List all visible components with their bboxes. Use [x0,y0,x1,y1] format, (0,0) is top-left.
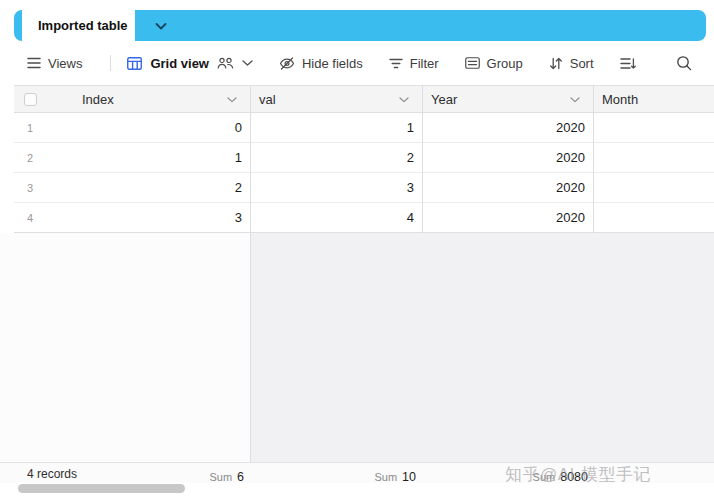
table-row: 1 0 1 2020 [14,113,714,143]
row-number[interactable]: 4 [14,203,48,232]
sum-value: 10 [402,470,416,484]
group-button[interactable]: Group [465,56,523,71]
cell-year[interactable]: 2020 [422,113,593,142]
cell-index[interactable]: 1 [48,143,250,172]
sum-value: 8080 [560,470,588,484]
cell-val[interactable]: 1 [250,113,422,142]
select-all-checkbox[interactable] [24,93,37,106]
column-header-year[interactable]: Year [422,86,593,112]
hide-fields-button[interactable]: Hide fields [279,56,363,71]
hamburger-icon [27,57,41,69]
record-count: 4 records [27,467,77,481]
row-number[interactable]: 3 [14,173,48,202]
grid-footer: 4 records Sum6 Sum10 Sum8080 [0,462,714,483]
grid-view-icon [127,57,142,70]
sort-icon [549,57,563,70]
cell-index[interactable]: 3 [48,203,250,232]
sum-label: Sum [533,471,556,483]
column-divider [593,85,594,233]
table-row: 4 3 4 2020 [14,203,714,233]
chevron-down-icon[interactable] [227,97,237,103]
column-header-index[interactable]: Index [48,86,250,112]
row-height-icon [620,57,636,70]
filter-icon [389,58,403,69]
column-header-val[interactable]: val [250,86,422,112]
group-icon [465,57,480,69]
views-button[interactable]: Views [27,56,82,71]
sum-value: 6 [237,470,244,484]
column-header-month[interactable]: Month [593,86,714,112]
cell-year[interactable]: 2020 [422,143,593,172]
column-header-index-label: Index [82,92,114,107]
sum-label: Sum [374,471,397,483]
grid-view-chevron-icon [242,60,253,66]
cell-val[interactable]: 2 [250,143,422,172]
chevron-down-icon[interactable] [570,97,580,103]
group-label: Group [487,56,523,71]
cell-val[interactable]: 4 [250,203,422,232]
hide-fields-label: Hide fields [302,56,363,71]
sum-val[interactable]: Sum10 [290,467,416,485]
grid-header-row: Index val Year Month [14,85,714,113]
grid-view-label: Grid view [150,56,209,71]
cell-month[interactable] [593,143,714,172]
grid-empty-area-frozen [0,233,250,462]
row-number[interactable]: 1 [14,113,48,142]
views-label: Views [48,56,82,71]
horizontal-scrollbar-thumb[interactable] [18,484,185,493]
cell-year[interactable]: 2020 [422,203,593,232]
table-row: 2 1 2 2020 [14,143,714,173]
filter-button[interactable]: Filter [389,56,439,71]
cell-month[interactable] [593,113,714,142]
cell-month[interactable] [593,203,714,232]
table-tab-bar: Imported table [14,10,706,41]
sort-button[interactable]: Sort [549,56,594,71]
row-height-button[interactable] [620,57,636,70]
sum-index[interactable]: Sum6 [120,467,244,485]
cell-index[interactable]: 0 [48,113,250,142]
chevron-down-icon[interactable] [399,97,409,103]
header-select-cell [14,86,48,112]
column-header-year-label: Year [431,92,457,107]
tab-imported-table[interactable]: Imported table [22,10,135,41]
cell-index[interactable]: 2 [48,173,250,202]
table-row: 3 2 3 2020 [14,173,714,203]
cell-val[interactable]: 3 [250,173,422,202]
column-header-month-label: Month [602,92,638,107]
filter-label: Filter [410,56,439,71]
grid-view-button[interactable]: Grid view [127,56,253,71]
column-header-val-label: val [259,92,276,107]
sort-label: Sort [570,56,594,71]
cell-month[interactable] [593,173,714,202]
collaborators-icon [217,57,234,69]
grid-body: 1 0 1 2020 2 1 2 2020 3 2 3 2020 4 3 4 2… [14,113,714,233]
column-divider [422,85,423,233]
cell-year[interactable]: 2020 [422,173,593,202]
toolbar-divider [110,55,111,71]
search-button[interactable] [676,55,692,71]
grid-empty-area [250,233,714,462]
frozen-column-divider [250,85,251,483]
toolbar: Views Grid view Hide fields Filter Group [0,46,714,80]
tab-label: Imported table [38,18,128,33]
sum-label: Sum [209,471,232,483]
row-number[interactable]: 2 [14,143,48,172]
sum-year[interactable]: Sum8080 [460,467,588,485]
eye-off-icon [279,57,295,70]
tab-menu-chevron-icon[interactable] [155,23,167,30]
search-icon [676,55,692,71]
